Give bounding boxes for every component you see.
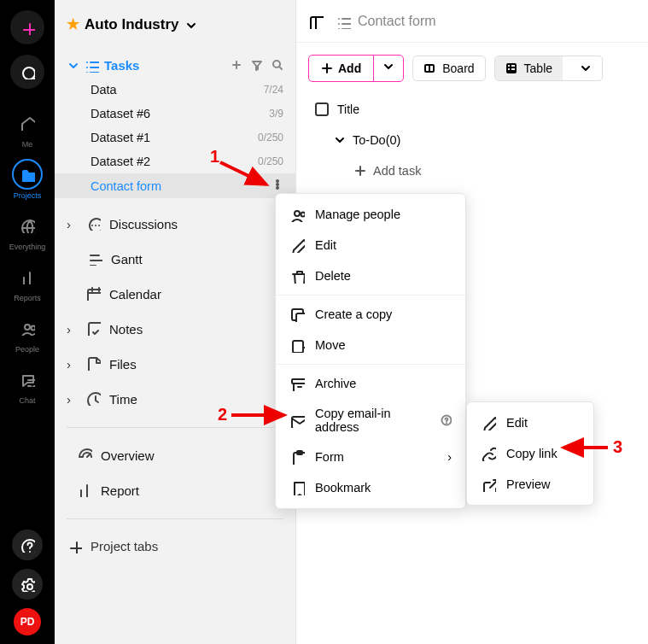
menu-copy-email[interactable]: Copy email-in address — [276, 399, 465, 442]
settings-button[interactable] — [12, 569, 43, 600]
rail-item-reports[interactable]: Reports — [0, 255, 55, 304]
sidebar-gantt[interactable]: Gantt — [55, 242, 295, 277]
breadcrumb[interactable]: Contact form — [336, 14, 436, 29]
move-icon — [289, 337, 305, 353]
title-column-label: Title — [337, 102, 359, 116]
menu-move[interactable]: Move — [276, 330, 465, 360]
rail-item-me[interactable]: Me — [0, 101, 55, 150]
people-icon — [20, 320, 35, 336]
add-button[interactable]: Add — [309, 56, 373, 81]
calendar-icon — [85, 285, 101, 301]
menu-edit[interactable]: Edit — [276, 230, 465, 261]
tasks-header[interactable]: Tasks — [55, 52, 295, 78]
chevron-down-icon — [67, 59, 79, 71]
svg-point-9 — [277, 187, 278, 189]
section-row[interactable]: To-Do(0) — [308, 125, 636, 155]
plus-icon — [67, 538, 82, 553]
sidebar-calendar[interactable]: ›Calendar — [55, 277, 295, 312]
list-icon — [84, 57, 99, 73]
note-icon — [85, 320, 101, 336]
board-icon — [423, 62, 435, 74]
email-icon — [289, 413, 305, 428]
rail-item-people[interactable]: People — [0, 306, 55, 355]
sidebar-time[interactable]: ›Time — [55, 382, 295, 417]
gear-icon — [20, 577, 35, 592]
filter-icon[interactable] — [251, 59, 263, 71]
board-view-button[interactable]: Board — [412, 56, 485, 81]
menu-archive[interactable]: Archive — [276, 368, 465, 399]
dataset-row[interactable]: Data7/24 — [55, 78, 295, 102]
svg-point-7 — [277, 180, 278, 182]
plus-icon — [354, 165, 366, 177]
context-menu: Manage people Edit Delete Create a copy … — [275, 193, 466, 509]
rail-item-everything[interactable]: Everything — [0, 203, 55, 253]
svg-point-4 — [22, 540, 35, 553]
chevron-down-icon — [184, 19, 196, 31]
sidebar-overview[interactable]: Overview — [55, 438, 295, 473]
add-caret[interactable] — [373, 56, 403, 81]
dataset-row-selected[interactable]: Contact form — [55, 173, 295, 198]
external-link-icon — [481, 477, 496, 492]
global-add-button[interactable] — [10, 10, 44, 44]
column-header: Title — [308, 94, 636, 125]
dataset-row[interactable]: Dataset #20/250 — [55, 149, 295, 173]
svg-point-8 — [277, 184, 278, 185]
plus-icon — [20, 20, 35, 35]
menu-manage-people[interactable]: Manage people — [276, 199, 465, 230]
search-icon[interactable] — [271, 59, 283, 71]
plus-icon — [321, 62, 333, 74]
bar-chart-icon — [20, 269, 35, 284]
user-avatar[interactable]: PD — [14, 608, 41, 635]
chevron-down-icon — [382, 61, 394, 73]
sidebar-files[interactable]: ›Files — [55, 347, 295, 382]
svg-rect-13 — [311, 17, 324, 29]
speech-icon — [85, 215, 101, 231]
panel-icon[interactable] — [308, 14, 324, 29]
dataset-row[interactable]: Dataset #10/250 — [55, 126, 295, 149]
svg-point-2 — [25, 325, 30, 330]
copy-icon — [289, 307, 305, 322]
submenu-edit[interactable]: Edit — [467, 407, 593, 438]
link-icon — [481, 446, 496, 461]
help-button[interactable] — [12, 530, 43, 560]
sidebar-discussions[interactable]: ›Discussions — [55, 207, 295, 242]
submenu-preview[interactable]: Preview — [467, 469, 593, 500]
menu-delete[interactable]: Delete — [276, 261, 465, 291]
table-view-group: Table — [494, 56, 603, 81]
file-icon — [85, 355, 101, 371]
submenu-copy-link[interactable]: Copy link — [467, 438, 593, 469]
menu-bookmark[interactable]: Bookmark — [276, 472, 465, 503]
sidebar-report[interactable]: Report — [55, 473, 295, 508]
chat-icon — [20, 372, 35, 387]
svg-rect-19 — [293, 341, 303, 353]
help-circle-icon — [441, 414, 452, 426]
rail-item-projects[interactable]: Projects — [0, 152, 55, 202]
add-button-group: Add — [308, 55, 404, 82]
menu-form[interactable]: Form› — [276, 442, 465, 472]
svg-point-12 — [88, 393, 101, 406]
help-icon — [20, 537, 35, 553]
table-caret[interactable] — [569, 57, 602, 79]
menu-create-copy[interactable]: Create a copy — [276, 299, 465, 330]
project-title[interactable]: ★ Auto Industry — [55, 9, 295, 40]
chevron-down-icon — [334, 134, 346, 146]
clock-icon — [85, 390, 101, 406]
project-tabs-button[interactable]: Project tabs — [55, 530, 295, 562]
chevron-right-icon: › — [447, 450, 452, 464]
table-view-button[interactable]: Table — [495, 56, 563, 80]
global-search-button[interactable] — [10, 55, 44, 89]
sidebar-notes[interactable]: ›Notes — [55, 312, 295, 347]
archive-icon — [289, 376, 305, 391]
bookmark-icon — [289, 480, 305, 495]
star-icon: ★ — [67, 15, 79, 33]
globe-icon — [20, 218, 35, 233]
select-all-checkbox[interactable] — [315, 102, 329, 116]
plus-icon[interactable] — [231, 59, 242, 71]
rail-item-chat[interactable]: Chat — [0, 357, 55, 407]
row-more-button[interactable] — [271, 179, 283, 193]
context-submenu: Edit Copy link Preview — [466, 401, 594, 506]
folder-icon — [20, 167, 35, 182]
svg-rect-18 — [296, 313, 305, 322]
add-task-button[interactable]: Add task — [308, 155, 636, 186]
dataset-row[interactable]: Dataset #63/9 — [55, 102, 295, 126]
